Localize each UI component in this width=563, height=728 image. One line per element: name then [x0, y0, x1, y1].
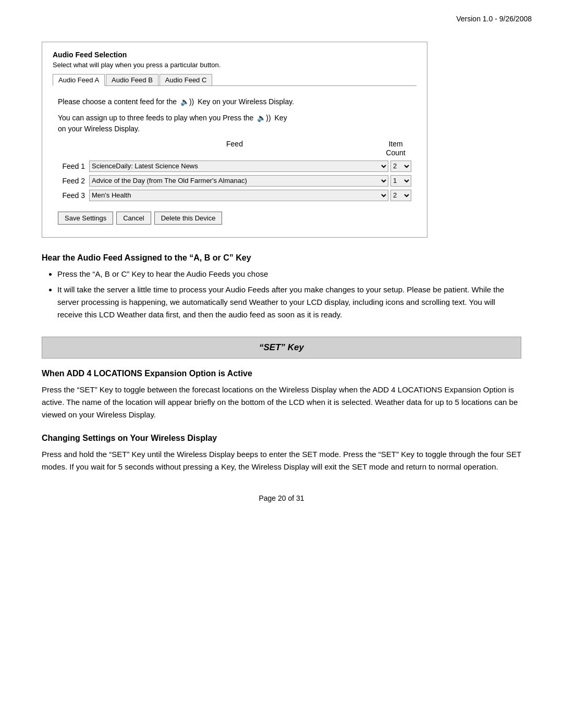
feed-select-1[interactable]: ScienceDaily: Latest Science News [89, 161, 388, 172]
hear-audio-section: Hear the Audio Feed Assigned to the “A, … [42, 253, 521, 321]
description-line2: You can assign up to three feeds to play… [58, 113, 411, 134]
version-text: Version 1.0 - 9/26/2008 [456, 15, 532, 23]
hear-audio-bullets: Press the “A, B or C” Key to hear the Au… [57, 268, 521, 321]
tab-audio-feed-c[interactable]: Audio Feed C [160, 74, 213, 85]
feed-label-3: Feed 3 [58, 191, 89, 200]
feed-label-1: Feed 1 [58, 162, 89, 170]
page-number: Page 20 of 31 [42, 494, 521, 523]
button-row: Save Settings Cancel Delete this Device [58, 212, 411, 225]
item-count-header: ItemCount [380, 140, 411, 157]
bullet-item-2: It will take the server a little time to… [57, 283, 521, 321]
tab-audio-feed-a[interactable]: Audio Feed A [53, 74, 105, 86]
feed-row-1: Feed 1 ScienceDaily: Latest Science News… [58, 161, 411, 172]
count-select-2[interactable]: 1 [390, 175, 411, 187]
set-key-active-section: When ADD 4 LOCATIONS Expansion Option is… [42, 369, 521, 421]
delete-device-button[interactable]: Delete this Device [154, 212, 223, 225]
hear-audio-heading: Hear the Audio Feed Assigned to the “A, … [42, 253, 521, 263]
speaker-icon-2: 🔈)) [257, 113, 271, 124]
changing-settings-section: Changing Settings on Your Wireless Displ… [42, 434, 521, 473]
feed-col-header: Feed [89, 140, 380, 157]
tab-audio-feed-b[interactable]: Audio Feed B [106, 74, 158, 85]
count-select-3[interactable]: 2 [390, 190, 411, 201]
bullet-item-1: Press the “A, B or C” Key to hear the Au… [57, 268, 521, 280]
feed-table-header: Feed ItemCount [58, 140, 411, 157]
changing-settings-paragraph: Press and hold the “SET” Key until the W… [42, 448, 521, 473]
feed-select-3[interactable]: Men's Health [89, 190, 388, 201]
feed-label-2: Feed 2 [58, 177, 89, 185]
audio-feed-subtitle: Select what will play when you press a p… [53, 61, 417, 69]
set-key-active-paragraph: Press the “SET” Key to toggle between th… [42, 384, 521, 421]
tab-bar: Audio Feed A Audio Feed B Audio Feed C [53, 74, 417, 86]
audio-feed-selection-box: Audio Feed Selection Select what will pl… [42, 42, 427, 238]
feed-row-2: Feed 2 Advice of the Day (from The Old F… [58, 175, 411, 187]
set-key-active-heading: When ADD 4 LOCATIONS Expansion Option is… [42, 369, 521, 378]
audio-feed-title: Audio Feed Selection [53, 51, 417, 59]
save-settings-button[interactable]: Save Settings [58, 212, 113, 225]
feed-row-3: Feed 3 Men's Health 2 [58, 190, 411, 201]
set-key-banner-text: “SET” Key [259, 342, 304, 352]
description-line1: Please choose a content feed for the 🔈))… [58, 96, 411, 107]
cancel-button[interactable]: Cancel [116, 212, 151, 225]
feed-select-2[interactable]: Advice of the Day (from The Old Farmer's… [89, 175, 388, 187]
set-key-banner: “SET” Key [42, 337, 521, 359]
speaker-icon-1: 🔈)) [180, 96, 194, 107]
feed-table: Feed ItemCount Feed 1 ScienceDaily: Late… [58, 140, 411, 201]
count-select-1[interactable]: 2 [390, 161, 411, 172]
changing-settings-heading: Changing Settings on Your Wireless Displ… [42, 434, 521, 443]
box-content: Please choose a content feed for the 🔈))… [53, 94, 417, 227]
